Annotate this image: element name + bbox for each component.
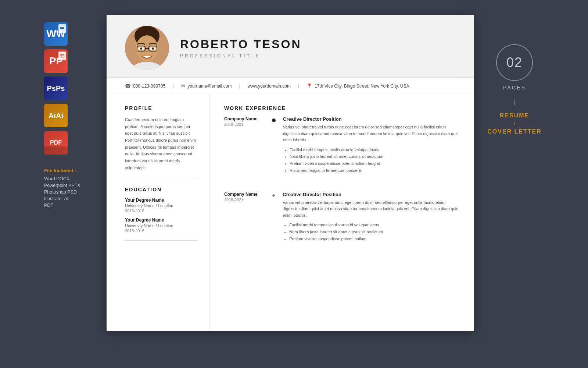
- contact-sep-3: |: [298, 84, 299, 89]
- right-sidebar: 02 PAGES ↓ RESUME + COVER LETTER: [478, 15, 551, 144]
- work-dates-2: 2018-2021: [224, 198, 265, 202]
- website-value: www.yourdomain.com: [248, 84, 291, 89]
- work-dates-1: 2018-2021: [224, 122, 265, 127]
- timeline-dot-1: [272, 116, 276, 174]
- contact-sep-2: |: [239, 84, 240, 89]
- bullet-1-3: Pretium viverra suspendisse potenti null…: [290, 160, 459, 167]
- files-list-item: Word DOCX: [44, 176, 80, 181]
- profile-section-title: PROFILE: [125, 105, 198, 111]
- education-section: EDUCATION Your Degree Name University Na…: [125, 187, 198, 241]
- bullet-1-4: Risus nec feugiat in fermentum posuere.: [290, 167, 459, 174]
- svg-point-10: [140, 47, 142, 50]
- education-entry-1: Your Degree Name University Name / Locat…: [125, 198, 198, 213]
- left-sidebar: W P Ps: [37, 15, 103, 215]
- contact-phone: ☎ 000-123-090705: [125, 83, 165, 89]
- right-column: WORK EXPERIENCE Company Name 2018-2021: [209, 94, 474, 331]
- plus-label: +: [513, 121, 516, 127]
- cover-letter-badge: COVER LETTER: [487, 127, 542, 136]
- name-title-block: ROBERTO TESON PROFESSIONAL TITLE: [180, 38, 302, 59]
- svg-point-14: [156, 47, 160, 53]
- ai-label: Ai: [56, 112, 63, 120]
- arrow-down-icon: ↓: [512, 96, 517, 107]
- work-desc-2: Varius vel pharetra vel turpis nunc eget…: [283, 199, 459, 219]
- files-list-item: Illustrator AI: [44, 196, 80, 201]
- bullet-1-1: Facilisi morbi tempus iaculis urna id vo…: [290, 146, 459, 153]
- resume-header: ROBERTO TESON PROFESSIONAL TITLE: [107, 15, 474, 78]
- bullet-2-2: Nam libero justo laoreet sit amet cursus…: [289, 229, 459, 236]
- work-desc-1: Varius vel pharetra vel turpis nunc eget…: [283, 124, 459, 144]
- year-range-1: 2015-2016: [125, 209, 198, 213]
- company-name-2: Company Name: [224, 192, 265, 197]
- work-section-title: WORK EXPERIENCE: [224, 105, 459, 111]
- bullet-1-2: Nam libero justo laoreet sit amet cursus…: [290, 153, 459, 160]
- contact-row: ☎ 000-123-090705 | ✉ yourname@email.com …: [107, 78, 474, 94]
- bullet-2-1: Facilisi morbi tempus iaculis urna id vo…: [289, 222, 459, 229]
- work-timeline: Company Name 2018-2021 Creative Director…: [224, 116, 459, 251]
- education-entry-2: Your Degree Name University Name / Locat…: [125, 217, 198, 233]
- files-included-section: File Included : Word DOCX Powerpoint PPT…: [44, 168, 80, 208]
- work-left-1: Company Name 2018-2021: [224, 116, 265, 174]
- files-list-item: Powerpoint PPTX: [44, 183, 80, 188]
- svg-point-12: [152, 47, 154, 50]
- svg-point-13: [134, 47, 138, 53]
- contact-website: www.yourdomain.com: [248, 84, 291, 89]
- word-icon[interactable]: W: [44, 22, 68, 46]
- resume-badge: RESUME: [500, 111, 529, 120]
- profile-divider: [125, 179, 198, 179]
- resume-main: PROFILE Cras fermentum odio eu feugiatu …: [107, 94, 474, 331]
- contact-address: 📍 17th Vice City, Bingo Street, New York…: [306, 83, 409, 89]
- degree-name-2: Your Degree Name: [125, 217, 198, 223]
- pages-label: PAGES: [503, 85, 526, 91]
- pdf-icon[interactable]: PDF: [44, 131, 68, 155]
- work-right-2: Creative Director Position Varius vel ph…: [283, 192, 459, 243]
- files-list: Word DOCX Powerpoint PPTX Photoshop PSD …: [44, 176, 80, 208]
- plus-2: +: [272, 192, 275, 199]
- work-bullets-2: Facilisi morbi tempus iaculis urna id vo…: [283, 222, 459, 242]
- powerpoint-icon[interactable]: P: [44, 49, 68, 73]
- files-included-title: File Included :: [44, 168, 80, 173]
- person-title: PROFESSIONAL TITLE: [180, 53, 302, 59]
- pages-number: 02: [506, 55, 523, 70]
- file-icons-list: W P Ps: [44, 22, 68, 155]
- degree-name-1: Your Degree Name: [125, 198, 198, 203]
- bullet-2-3: Pretium viverra suspendisse potenti null…: [289, 236, 459, 243]
- address-value: 17th Vice City, Bingo Street, New York C…: [315, 84, 409, 89]
- page-wrapper: W P Ps: [37, 15, 551, 353]
- work-right-1: Creative Director Position Varius vel ph…: [283, 116, 459, 174]
- photoshop-icon[interactable]: Ps: [44, 77, 68, 100]
- work-entry-2: Company Name 2018-2021 + Creative Direct…: [224, 192, 459, 243]
- year-range-2: 2015-2016: [125, 229, 198, 233]
- university-name-1: University Name / Location: [125, 204, 198, 208]
- position-2: Creative Director Position: [283, 192, 459, 197]
- pages-circle: 02: [496, 44, 533, 81]
- timeline-plus-2: +: [272, 192, 275, 243]
- position-1: Creative Director Position: [283, 116, 459, 122]
- university-name-2: University Name / Location: [125, 223, 198, 228]
- dot-1: [272, 118, 276, 122]
- resume-document: ROBERTO TESON PROFESSIONAL TITLE ☎ 000-1…: [107, 15, 474, 331]
- work-left-2: Company Name 2018-2021: [224, 192, 265, 243]
- education-section-title: EDUCATION: [125, 187, 198, 192]
- files-list-item: Photoshop PSD: [44, 190, 80, 195]
- phone-icon: ☎: [125, 83, 131, 89]
- files-list-item: PDF: [44, 203, 80, 208]
- location-icon: 📍: [306, 83, 312, 89]
- profile-text: Cras fermentum odio eu feugiatu pretium.…: [125, 116, 198, 171]
- contact-sep-1: |: [173, 84, 174, 89]
- illustrator-icon[interactable]: Ai: [44, 104, 68, 127]
- contact-email: ✉ yourname@email.com: [181, 83, 232, 89]
- left-column: PROFILE Cras fermentum odio eu feugiatu …: [107, 94, 209, 331]
- person-name: ROBERTO TESON: [180, 38, 302, 51]
- email-value: yourname@email.com: [187, 84, 232, 89]
- email-icon: ✉: [181, 83, 185, 89]
- avatar-image: [125, 26, 169, 70]
- work-bullets-1: Facilisi morbi tempus iaculis urna id vo…: [283, 146, 459, 174]
- phone-value: 000-123-090705: [133, 84, 165, 89]
- education-divider: [125, 240, 198, 241]
- work-entry-1: Company Name 2018-2021 Creative Director…: [224, 116, 459, 174]
- avatar: [125, 26, 169, 70]
- company-name-1: Company Name: [224, 116, 265, 121]
